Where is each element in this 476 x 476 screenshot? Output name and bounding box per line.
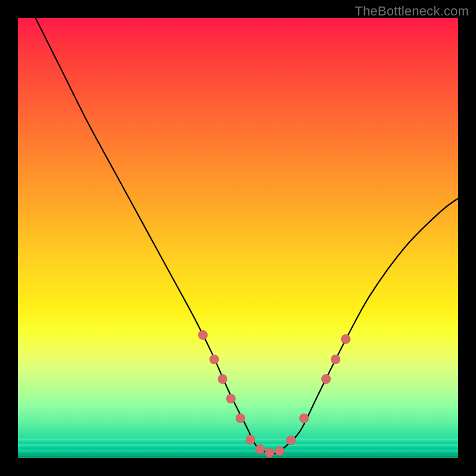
curve-marker (246, 435, 255, 444)
bottleneck-curve (18, 18, 458, 458)
curve-marker (275, 446, 284, 456)
curve-path (36, 18, 458, 454)
curve-marker (236, 414, 245, 423)
curve-marker (218, 374, 227, 384)
curve-marker (321, 374, 331, 384)
plot-area (18, 18, 458, 458)
curve-marker (331, 355, 340, 364)
curve-marker (209, 355, 219, 364)
watermark-text: TheBottleneck.com (355, 4, 469, 19)
curve-marker (341, 334, 350, 344)
curve-marker (198, 330, 208, 340)
chart-frame: TheBottleneck.com (0, 0, 476, 476)
